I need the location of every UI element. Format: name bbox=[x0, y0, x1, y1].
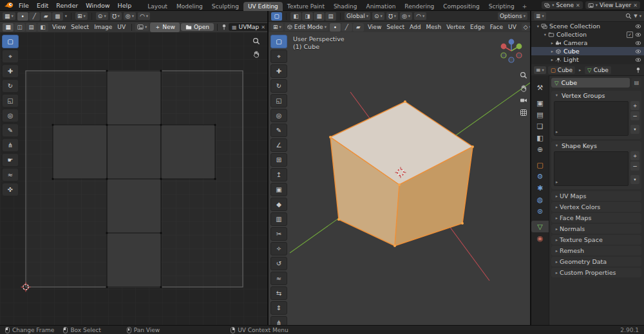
uv-menu-select[interactable]: Select bbox=[68, 24, 91, 30]
uv-snap-dropdown[interactable]: Ω▾ bbox=[110, 12, 122, 20]
rotate-tool[interactable]: ↻ bbox=[270, 79, 287, 93]
remove-vertex-group-button[interactable]: − bbox=[630, 111, 639, 120]
add-cube-tool[interactable]: ⊞ bbox=[270, 153, 287, 167]
datablock-name-field[interactable]: ▽ Cube bbox=[551, 78, 630, 88]
workspace-tab-sculpting[interactable]: Sculpting bbox=[207, 2, 243, 11]
scale-tool[interactable]: ◱ bbox=[270, 94, 287, 107]
uv-transform-tool[interactable]: ◎ bbox=[2, 109, 19, 122]
workspace-tab-scripting[interactable]: Scripting bbox=[484, 2, 519, 11]
uv-falloff-dropdown[interactable]: ◠▾ bbox=[138, 12, 150, 20]
measure-tool[interactable]: ∠ bbox=[270, 138, 287, 152]
view-layer-selector[interactable]: ▾ View Layer ✕ bbox=[585, 1, 640, 9]
properties-tab-render[interactable]: ▣ bbox=[531, 97, 549, 109]
panel-geometry-data[interactable]: ▸Geometry Data bbox=[551, 257, 641, 266]
spin-tool[interactable]: ↺ bbox=[270, 257, 287, 270]
disclosure-icon[interactable]: ▾ bbox=[542, 32, 548, 37]
annotate-tool[interactable]: ✎ bbox=[270, 124, 287, 137]
outliner-editor-type-dropdown[interactable]: ≣▾ bbox=[534, 12, 546, 20]
transform-tool[interactable]: ◎ bbox=[270, 109, 287, 122]
menu-render[interactable]: Render bbox=[52, 2, 82, 9]
uv-grab-tool[interactable]: ☛ bbox=[2, 153, 19, 167]
properties-tab-data[interactable]: ▽ bbox=[531, 221, 549, 232]
workspace-tab-modeling[interactable]: Modeling bbox=[172, 2, 207, 11]
properties-tab-physics[interactable]: ◍ bbox=[531, 194, 549, 205]
viewport-menu-view[interactable]: View bbox=[365, 24, 384, 30]
smooth-tool[interactable]: ≈ bbox=[270, 272, 287, 285]
uv-pinch-tool[interactable]: ✜ bbox=[2, 183, 19, 196]
uv-pivot-dropdown[interactable]: ⊙▾ bbox=[96, 12, 108, 20]
panel-vertex-colors[interactable]: ▸Vertex Colors bbox=[551, 202, 641, 212]
viewport-editor-type-dropdown[interactable]: ⊞▾ bbox=[271, 23, 283, 31]
collection-checkbox[interactable]: ✓ bbox=[627, 32, 633, 38]
uv-editor-type-dropdown[interactable]: ▦▾ bbox=[3, 12, 15, 20]
active-tool-button[interactable]: ▢ bbox=[271, 12, 282, 21]
tool-option-button-4[interactable]: ▤ bbox=[325, 12, 336, 21]
disclosure-icon[interactable]: ▾ bbox=[535, 24, 541, 29]
workspace-tab-texture-paint[interactable]: Texture Paint bbox=[283, 2, 329, 11]
inset-faces-tool[interactable]: ▣ bbox=[270, 183, 287, 196]
workspace-tab-layout[interactable]: Layout bbox=[143, 2, 172, 11]
properties-tab-output[interactable]: ▤ bbox=[531, 109, 549, 120]
poly-build-tool[interactable]: ✧ bbox=[270, 242, 287, 255]
uv-select-island-button[interactable]: ▩ bbox=[52, 12, 63, 21]
cursor-tool[interactable]: ⌖ bbox=[270, 50, 287, 63]
viewport-menu-mesh[interactable]: Mesh bbox=[423, 24, 444, 30]
move-tool[interactable]: ✚ bbox=[270, 64, 287, 78]
snap-dropdown[interactable]: Ω▾ bbox=[386, 12, 398, 20]
workspace-tab-uv-editing[interactable]: UV Editing bbox=[243, 2, 283, 11]
disclosure-icon[interactable]: ▸ bbox=[549, 41, 555, 46]
blender-logo-icon[interactable] bbox=[4, 1, 14, 9]
gizmo-x-neg-axis[interactable] bbox=[516, 53, 522, 58]
uv-move-tool[interactable]: ✚ bbox=[2, 64, 19, 78]
workspace-tab-shading[interactable]: Shading bbox=[329, 2, 362, 11]
outliner-row-light[interactable]: ▸Light bbox=[531, 55, 644, 64]
panel-remesh[interactable]: ▸Remesh bbox=[551, 246, 641, 255]
gizmo-x-axis[interactable] bbox=[501, 44, 507, 50]
open-image-button[interactable]: Open bbox=[181, 23, 214, 31]
chevron-down-icon[interactable]: ▾ bbox=[639, 14, 641, 19]
filter-icon[interactable]: ▼ bbox=[634, 14, 637, 19]
visibility-eye-icon[interactable] bbox=[635, 48, 641, 55]
menu-edit[interactable]: Edit bbox=[33, 2, 52, 9]
add-shape-key-button[interactable]: ＋ bbox=[630, 151, 639, 160]
shape-keys-list[interactable]: ▸ bbox=[554, 151, 629, 186]
outliner-row-cube[interactable]: ▸Cube bbox=[531, 47, 644, 55]
add-workspace-button[interactable]: + bbox=[519, 2, 531, 11]
visibility-eye-icon[interactable] bbox=[635, 57, 641, 63]
panel-uv-maps[interactable]: ▸UV Maps bbox=[551, 191, 641, 201]
face-select-button[interactable]: ▰ bbox=[353, 23, 364, 32]
properties-tab-particles[interactable]: ✱ bbox=[531, 182, 549, 194]
breadcrumb-object[interactable]: ▢Cube bbox=[548, 66, 575, 74]
vertex-group-specials-button[interactable]: ▾ bbox=[630, 125, 639, 134]
properties-tab-modifiers[interactable]: ⚙ bbox=[531, 171, 549, 182]
visibility-eye-icon[interactable] bbox=[635, 23, 641, 30]
uv-display-button-1[interactable]: ▦ bbox=[3, 23, 14, 32]
mode-dropdown[interactable]: Edit Mode▾ bbox=[285, 23, 328, 31]
disclosure-icon[interactable]: ▸ bbox=[549, 49, 555, 54]
uv-rip-region-tool[interactable]: ⋔ bbox=[2, 138, 19, 152]
add-vertex-group-button[interactable]: ＋ bbox=[630, 101, 639, 110]
properties-tab-constraints[interactable]: ⊛ bbox=[531, 205, 549, 217]
uv-annotate-tool[interactable]: ✎ bbox=[2, 124, 19, 137]
gizmo-y-neg-axis[interactable] bbox=[501, 53, 506, 58]
uv-display-button-2[interactable]: ◫ bbox=[14, 23, 25, 32]
uv-canvas[interactable] bbox=[0, 32, 267, 325]
pivot-point-dropdown[interactable]: ⊙▾ bbox=[372, 12, 384, 20]
gizmo-y-axis[interactable] bbox=[516, 44, 522, 50]
menu-help[interactable]: Help bbox=[114, 2, 136, 9]
viewport-menu-vertex[interactable]: Vertex bbox=[444, 24, 468, 30]
tool-option-button-3[interactable]: ▦ bbox=[314, 12, 325, 21]
view-layer-unlink-icon[interactable]: ✕ bbox=[633, 3, 638, 8]
outliner-row-scene-collection[interactable]: ▾Scene Collection bbox=[531, 22, 644, 30]
shrink-fatten-tool[interactable]: ⇕ bbox=[270, 301, 287, 315]
panel-face-maps[interactable]: ▸Face Maps bbox=[551, 213, 641, 223]
properties-tab-view-layer[interactable]: ❏ bbox=[531, 120, 549, 132]
tool-option-button-2[interactable]: ◨ bbox=[302, 12, 313, 21]
breadcrumb-data[interactable]: ▽Cube bbox=[585, 66, 611, 74]
workspace-tab-compositing[interactable]: Compositing bbox=[439, 2, 484, 11]
transform-orientation-dropdown[interactable]: Global▾ bbox=[345, 12, 370, 20]
properties-tab-world[interactable]: ⊕ bbox=[531, 144, 549, 155]
uv-select-face-button[interactable]: ▰ bbox=[41, 12, 52, 21]
uv-relax-tool[interactable]: ≈ bbox=[2, 168, 19, 181]
properties-tab-object[interactable]: ▢ bbox=[531, 159, 549, 171]
